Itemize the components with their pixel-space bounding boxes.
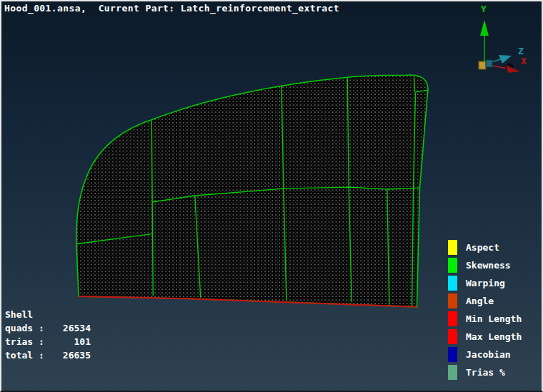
legend-color-swatch [448, 293, 457, 308]
legend-item-label: Jacobian [466, 349, 511, 360]
y-axis-label: Y [481, 4, 487, 14]
legend-item-label: Warping [466, 278, 505, 288]
stats-label: quads : [5, 321, 45, 335]
quality-legend: Aspect Skewness Warping Angle Min Length… [448, 238, 541, 381]
stats-row-trias: trias : 101 [5, 335, 91, 348]
stats-row-quads: quads : 26534 [5, 321, 91, 335]
y-axis: Y [480, 4, 489, 61]
legend-item-warping[interactable]: Warping [448, 274, 541, 292]
legend-item-min-length[interactable]: Min Length [448, 310, 541, 328]
legend-color-swatch [448, 240, 457, 255]
legend-color-swatch [448, 347, 457, 362]
legend-color-swatch [448, 258, 457, 273]
legend-color-swatch [448, 329, 457, 344]
legend-item-label: Angle [466, 296, 494, 306]
legend-item-label: Aspect [466, 242, 499, 253]
legend-color-swatch [448, 276, 457, 291]
legend-color-swatch [448, 311, 457, 326]
legend-item-angle[interactable]: Angle [448, 292, 541, 310]
legend-item-jacobian[interactable]: Jacobian [448, 346, 541, 363]
legend-item-label: Trias % [466, 367, 505, 378]
axis-triad: Z X Y [457, 1, 543, 80]
stats-value: 26635 [45, 348, 91, 362]
element-stats: Shell quads : 26534 trias : 101 total : … [5, 308, 91, 362]
stats-label: total : [5, 348, 45, 362]
legend-item-aspect[interactable]: Aspect [448, 238, 541, 256]
stats-row-total: total : 26635 [5, 348, 91, 362]
legend-item-label: Max Length [466, 331, 522, 342]
origin-cube-yellow [479, 61, 486, 69]
origin-cube-teal [486, 60, 492, 67]
legend-item-max-length[interactable]: Max Length [448, 328, 541, 346]
legend-item-trias-pct[interactable]: Trias % [448, 363, 541, 381]
legend-item-label: Min Length [466, 313, 522, 324]
z-axis-label: Z [518, 46, 524, 56]
legend-item-skewness[interactable]: Skewness [448, 256, 541, 274]
x-axis-label: X [521, 56, 527, 66]
stats-value: 26534 [45, 321, 91, 335]
legend-item-label: Skewness [466, 260, 511, 271]
ansa-main-window: Hood_001.ansa, Current Part: Latch_reinf… [0, 0, 543, 392]
stats-title: Shell [5, 308, 91, 321]
legend-color-swatch [448, 365, 457, 380]
stats-value: 101 [45, 335, 91, 348]
stats-label: trias : [5, 335, 45, 348]
